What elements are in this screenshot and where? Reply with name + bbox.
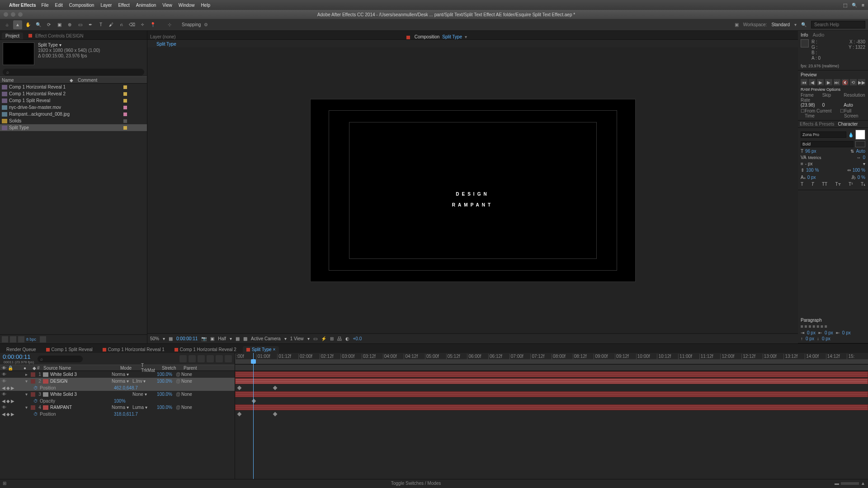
composition-viewer[interactable]: RAMPANT DESIGN bbox=[147, 47, 798, 333]
pickwhip-icon[interactable]: @ bbox=[175, 392, 181, 397]
add-kf-icon[interactable]: ◆ bbox=[6, 399, 10, 404]
pan-behind-tool-icon[interactable]: ⊕ bbox=[65, 20, 74, 29]
from-current-checkbox[interactable]: ☐ bbox=[801, 108, 805, 118]
stretch-col-header[interactable]: Stretch bbox=[160, 366, 182, 371]
label-color[interactable] bbox=[123, 85, 127, 89]
stroke-width-field[interactable]: - px bbox=[805, 161, 813, 166]
paragraph-tab[interactable]: Paragraph bbox=[801, 318, 822, 323]
play-icon[interactable]: ▶ bbox=[817, 79, 824, 85]
composition-name[interactable]: Split Type bbox=[442, 34, 462, 39]
menu-effect[interactable]: Effect bbox=[118, 3, 129, 8]
ruler-tick[interactable]: 03:12f bbox=[362, 354, 383, 359]
pixel-aspect-icon[interactable]: ▭ bbox=[313, 336, 317, 341]
space-after-field[interactable]: 0 px bbox=[822, 336, 830, 341]
layer-bar[interactable] bbox=[235, 378, 868, 384]
ruler-tick[interactable]: 08:12f bbox=[573, 354, 594, 359]
faux-italic-icon[interactable]: T bbox=[811, 182, 814, 187]
first-line-field[interactable]: 0 px bbox=[825, 330, 833, 335]
kerning-dropdown[interactable]: Metrics bbox=[808, 155, 821, 160]
ram-preview-options-dropdown[interactable]: RAM Preview Options bbox=[801, 87, 865, 92]
stretch-value[interactable]: 100.0% bbox=[153, 405, 175, 410]
zoom-tool-icon[interactable]: 🔍 bbox=[34, 20, 43, 29]
leading-field[interactable]: Auto bbox=[856, 149, 865, 154]
pen-tool-icon[interactable]: ✒ bbox=[86, 20, 95, 29]
project-thumbnail[interactable] bbox=[3, 42, 34, 65]
eyedropper-icon[interactable]: 💧 bbox=[848, 132, 854, 137]
add-kf-icon[interactable]: ◆ bbox=[6, 412, 10, 417]
parent-dropdown[interactable]: None bbox=[181, 372, 213, 377]
current-time-display[interactable]: 0:00:00:11 bbox=[3, 353, 34, 360]
eraser-tool-icon[interactable]: ⌫ bbox=[127, 20, 137, 29]
layer-viewer-tab[interactable]: Layer (none) bbox=[150, 34, 176, 39]
label-color[interactable] bbox=[123, 126, 127, 130]
home-tool-icon[interactable]: ⌂ bbox=[3, 20, 12, 29]
col-name-header[interactable]: Name bbox=[2, 78, 70, 83]
justify-last-right-icon[interactable]: ≡ bbox=[821, 324, 823, 329]
current-time-indicator[interactable] bbox=[253, 353, 254, 479]
label-color[interactable] bbox=[123, 106, 127, 109]
comp-breadcrumb[interactable]: Split Type bbox=[153, 41, 180, 47]
app-name[interactable]: After Effects bbox=[9, 3, 36, 8]
source-name-col-header[interactable]: Source Name bbox=[42, 366, 118, 371]
timeline-search-input[interactable] bbox=[38, 356, 83, 362]
stretch-value[interactable]: 100.0% bbox=[153, 372, 175, 377]
delete-icon[interactable] bbox=[40, 336, 46, 343]
comp-mini-flowchart-icon[interactable] bbox=[179, 355, 187, 362]
menubar-icon[interactable]: ⬚ bbox=[843, 3, 847, 8]
layer-name[interactable]: White Solid 3 bbox=[50, 372, 112, 377]
stopwatch-icon[interactable]: ⏱ bbox=[33, 399, 38, 404]
resolution-dropdown[interactable]: Half bbox=[218, 336, 226, 341]
menu-composition[interactable]: Composition bbox=[69, 3, 94, 8]
text-layer-rampant[interactable]: RAMPANT bbox=[452, 202, 493, 207]
view-arrow-icon[interactable]: ▾ bbox=[307, 336, 310, 341]
snapshot-icon[interactable]: 📷 bbox=[201, 336, 207, 341]
ruler-tick[interactable]: 05:00f bbox=[425, 354, 446, 359]
ruler-tick[interactable]: 15: bbox=[847, 354, 868, 359]
audio-tab[interactable]: Audio bbox=[813, 33, 825, 38]
skip-dropdown[interactable]: 0 bbox=[822, 103, 844, 108]
transparency-icon[interactable]: ▩ bbox=[243, 336, 247, 341]
font-size-field[interactable]: 96 px bbox=[805, 149, 816, 154]
parent-col-header[interactable]: Parent bbox=[182, 366, 222, 371]
blend-mode-dropdown[interactable]: Norma ▾ bbox=[112, 372, 132, 377]
project-item[interactable]: Comp 1 Split Reveal bbox=[0, 97, 147, 104]
hide-shy-icon[interactable] bbox=[198, 355, 205, 362]
viewer-timecode[interactable]: 0:00:00:11 bbox=[176, 336, 198, 341]
menu-layer[interactable]: Layer bbox=[100, 3, 112, 8]
ruler-tick[interactable]: 03:00f bbox=[340, 354, 362, 359]
timeline-tab[interactable]: Comp 1 Horizontal Reveal 1 bbox=[99, 346, 168, 353]
ruler-tick[interactable]: 09:12f bbox=[615, 354, 636, 359]
ruler-tick[interactable]: 13:00f bbox=[763, 354, 784, 359]
project-item[interactable]: Split Type bbox=[0, 124, 147, 131]
ruler-tick[interactable]: 04:00f bbox=[383, 354, 404, 359]
blend-mode-dropdown[interactable]: Norma ▾ bbox=[112, 379, 132, 384]
last-frame-icon[interactable]: ⏭ bbox=[834, 79, 840, 85]
font-family-dropdown[interactable]: Zona Pro bbox=[801, 131, 846, 138]
label-color[interactable] bbox=[123, 119, 127, 123]
ruler-tick[interactable]: 02:12f bbox=[320, 354, 341, 359]
layer-name[interactable]: DESIGN bbox=[50, 379, 112, 384]
ruler-tick[interactable]: 01:12f bbox=[277, 354, 298, 359]
ruler-tick[interactable]: 11:12f bbox=[699, 354, 721, 359]
ruler-tick[interactable]: 02:00f bbox=[298, 354, 320, 359]
frame-blend-icon[interactable] bbox=[207, 355, 214, 362]
ruler-tick[interactable]: 07:12f bbox=[530, 354, 552, 359]
cam-arrow-icon[interactable]: ▾ bbox=[284, 336, 287, 341]
hscale-field[interactable]: 100 % bbox=[853, 168, 865, 173]
small-caps-icon[interactable]: Tᴛ bbox=[835, 182, 841, 187]
exposure-value[interactable]: +0.0 bbox=[353, 336, 362, 341]
layer-name[interactable]: White Solid 3 bbox=[50, 392, 112, 397]
col-label-icon[interactable]: ◆ bbox=[70, 78, 73, 83]
ruler-tick[interactable]: 10:00f bbox=[636, 354, 657, 359]
character-tab[interactable]: Character bbox=[838, 122, 858, 127]
toggle-switches-button[interactable]: Toggle Switches / Modes bbox=[391, 481, 441, 486]
faux-bold-icon[interactable]: T bbox=[801, 182, 803, 187]
twirl-icon[interactable]: ▾ bbox=[22, 405, 31, 410]
minimize-window[interactable] bbox=[11, 12, 15, 17]
trkmat-dropdown[interactable]: None ▾ bbox=[132, 392, 153, 397]
res-arrow-icon[interactable]: ▾ bbox=[230, 336, 232, 341]
tracking-field[interactable]: 0 bbox=[863, 155, 865, 160]
align-left-icon[interactable]: ≡ bbox=[801, 324, 803, 329]
tab-menu-icon[interactable]: ▾ bbox=[465, 34, 467, 39]
brush-tool-icon[interactable]: 🖌 bbox=[107, 20, 116, 29]
